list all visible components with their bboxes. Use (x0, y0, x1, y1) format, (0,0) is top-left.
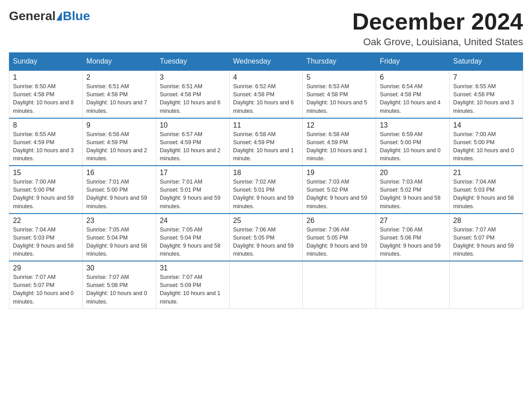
day-number: 16 (86, 169, 152, 177)
logo: General Blue (9, 9, 90, 23)
day-info: Sunrise: 7:02 AMSunset: 5:01 PMDaylight:… (233, 179, 294, 209)
day-number: 5 (306, 73, 372, 81)
day-number: 6 (380, 73, 446, 81)
day-info: Sunrise: 6:50 AMSunset: 4:58 PMDaylight:… (13, 83, 74, 114)
calendar-cell: 5Sunrise: 6:53 AMSunset: 4:58 PMDaylight… (303, 70, 376, 118)
day-number: 14 (453, 121, 519, 129)
calendar-cell: 17Sunrise: 7:01 AMSunset: 5:01 PMDayligh… (156, 166, 229, 214)
day-info: Sunrise: 7:07 AMSunset: 5:09 PMDaylight:… (160, 274, 221, 304)
weekday-header-friday: Friday (376, 53, 450, 71)
day-info: Sunrise: 7:00 AMSunset: 5:00 PMDaylight:… (453, 131, 514, 162)
day-info: Sunrise: 6:58 AMSunset: 4:59 PMDaylight:… (306, 131, 367, 162)
calendar-cell: 29Sunrise: 7:07 AMSunset: 5:07 PMDayligh… (9, 261, 83, 308)
day-info: Sunrise: 6:54 AMSunset: 4:58 PMDaylight:… (380, 83, 441, 114)
day-info: Sunrise: 6:55 AMSunset: 4:59 PMDaylight:… (13, 131, 74, 162)
calendar-cell: 18Sunrise: 7:02 AMSunset: 5:01 PMDayligh… (229, 166, 303, 214)
calendar-cell: 8Sunrise: 6:55 AMSunset: 4:59 PMDaylight… (9, 118, 83, 166)
calendar-cell: 25Sunrise: 7:06 AMSunset: 5:05 PMDayligh… (229, 214, 303, 261)
day-info: Sunrise: 6:56 AMSunset: 4:59 PMDaylight:… (86, 131, 147, 162)
day-info: Sunrise: 6:51 AMSunset: 4:58 PMDaylight:… (160, 83, 221, 114)
calendar-cell: 4Sunrise: 6:52 AMSunset: 4:58 PMDaylight… (229, 70, 303, 118)
day-info: Sunrise: 6:59 AMSunset: 5:00 PMDaylight:… (380, 131, 441, 162)
day-info: Sunrise: 7:04 AMSunset: 5:03 PMDaylight:… (453, 179, 514, 209)
day-number: 11 (233, 121, 299, 129)
day-number: 17 (160, 169, 226, 177)
calendar-cell: 24Sunrise: 7:05 AMSunset: 5:04 PMDayligh… (156, 214, 229, 261)
calendar-table: SundayMondayTuesdayWednesdayThursdayFrid… (9, 52, 523, 309)
weekday-header-tuesday: Tuesday (156, 53, 229, 71)
day-info: Sunrise: 7:05 AMSunset: 5:04 PMDaylight:… (160, 227, 221, 257)
weekday-header-row: SundayMondayTuesdayWednesdayThursdayFrid… (9, 53, 523, 71)
calendar-cell: 30Sunrise: 7:07 AMSunset: 5:08 PMDayligh… (82, 261, 156, 308)
day-number: 8 (13, 121, 79, 129)
calendar-cell (450, 261, 523, 308)
weekday-header-sunday: Sunday (9, 53, 83, 71)
weekday-header-saturday: Saturday (450, 53, 523, 71)
day-info: Sunrise: 7:04 AMSunset: 5:03 PMDaylight:… (13, 227, 74, 257)
day-number: 9 (86, 121, 152, 129)
calendar-cell (303, 261, 376, 308)
calendar-cell: 12Sunrise: 6:58 AMSunset: 4:59 PMDayligh… (303, 118, 376, 166)
day-number: 7 (453, 73, 519, 81)
calendar-cell: 3Sunrise: 6:51 AMSunset: 4:58 PMDaylight… (156, 70, 229, 118)
day-info: Sunrise: 7:07 AMSunset: 5:08 PMDaylight:… (86, 274, 147, 304)
day-info: Sunrise: 7:06 AMSunset: 5:05 PMDaylight:… (306, 227, 367, 257)
calendar-cell: 11Sunrise: 6:58 AMSunset: 4:59 PMDayligh… (229, 118, 303, 166)
day-number: 2 (86, 73, 152, 81)
day-number: 13 (380, 121, 446, 129)
calendar-cell: 16Sunrise: 7:01 AMSunset: 5:00 PMDayligh… (82, 166, 156, 214)
calendar-week-row: 29Sunrise: 7:07 AMSunset: 5:07 PMDayligh… (9, 261, 523, 308)
calendar-cell (229, 261, 303, 308)
calendar-cell: 28Sunrise: 7:07 AMSunset: 5:07 PMDayligh… (450, 214, 523, 261)
calendar-cell: 6Sunrise: 6:54 AMSunset: 4:58 PMDaylight… (376, 70, 450, 118)
calendar-cell: 22Sunrise: 7:04 AMSunset: 5:03 PMDayligh… (9, 214, 83, 261)
day-info: Sunrise: 7:01 AMSunset: 5:01 PMDaylight:… (160, 179, 221, 209)
calendar-week-row: 22Sunrise: 7:04 AMSunset: 5:03 PMDayligh… (9, 214, 523, 261)
day-number: 28 (453, 217, 519, 225)
calendar-cell: 20Sunrise: 7:03 AMSunset: 5:02 PMDayligh… (376, 166, 450, 214)
day-info: Sunrise: 7:05 AMSunset: 5:04 PMDaylight:… (86, 227, 147, 257)
calendar-week-row: 8Sunrise: 6:55 AMSunset: 4:59 PMDaylight… (9, 118, 523, 166)
day-info: Sunrise: 7:06 AMSunset: 5:06 PMDaylight:… (380, 227, 441, 257)
calendar-cell: 26Sunrise: 7:06 AMSunset: 5:05 PMDayligh… (303, 214, 376, 261)
calendar-cell (376, 261, 450, 308)
day-number: 23 (86, 217, 152, 225)
logo-general-text: General (9, 9, 56, 23)
logo-blue-text: Blue (63, 9, 90, 23)
calendar-week-row: 15Sunrise: 7:00 AMSunset: 5:00 PMDayligh… (9, 166, 523, 214)
title-area: December 2024 Oak Grove, Louisiana, Unit… (352, 9, 523, 48)
day-number: 30 (86, 264, 152, 272)
calendar-cell: 13Sunrise: 6:59 AMSunset: 5:00 PMDayligh… (376, 118, 450, 166)
day-number: 3 (160, 73, 226, 81)
calendar-cell: 19Sunrise: 7:03 AMSunset: 5:02 PMDayligh… (303, 166, 376, 214)
calendar-cell: 7Sunrise: 6:55 AMSunset: 4:58 PMDaylight… (450, 70, 523, 118)
calendar-cell: 23Sunrise: 7:05 AMSunset: 5:04 PMDayligh… (82, 214, 156, 261)
day-info: Sunrise: 6:52 AMSunset: 4:58 PMDaylight:… (233, 83, 294, 114)
day-info: Sunrise: 6:58 AMSunset: 4:59 PMDaylight:… (233, 131, 294, 162)
day-number: 21 (453, 169, 519, 177)
day-info: Sunrise: 7:03 AMSunset: 5:02 PMDaylight:… (380, 179, 441, 209)
day-info: Sunrise: 6:53 AMSunset: 4:58 PMDaylight:… (306, 83, 367, 114)
day-info: Sunrise: 7:03 AMSunset: 5:02 PMDaylight:… (306, 179, 367, 209)
calendar-cell: 31Sunrise: 7:07 AMSunset: 5:09 PMDayligh… (156, 261, 229, 308)
day-info: Sunrise: 7:01 AMSunset: 5:00 PMDaylight:… (86, 179, 147, 209)
day-number: 26 (306, 217, 372, 225)
day-number: 31 (160, 264, 226, 272)
day-info: Sunrise: 7:06 AMSunset: 5:05 PMDaylight:… (233, 227, 294, 257)
day-number: 24 (160, 217, 226, 225)
weekday-header-thursday: Thursday (303, 53, 376, 71)
day-number: 1 (13, 73, 79, 81)
calendar-cell: 14Sunrise: 7:00 AMSunset: 5:00 PMDayligh… (450, 118, 523, 166)
calendar-cell: 21Sunrise: 7:04 AMSunset: 5:03 PMDayligh… (450, 166, 523, 214)
calendar-cell: 1Sunrise: 6:50 AMSunset: 4:58 PMDaylight… (9, 70, 83, 118)
day-info: Sunrise: 6:55 AMSunset: 4:58 PMDaylight:… (453, 83, 514, 114)
day-number: 18 (233, 169, 299, 177)
logo-triangle-icon (56, 12, 62, 21)
day-number: 12 (306, 121, 372, 129)
day-number: 22 (13, 217, 79, 225)
calendar-cell: 2Sunrise: 6:51 AMSunset: 4:58 PMDaylight… (82, 70, 156, 118)
month-title: December 2024 (352, 9, 523, 34)
calendar-cell: 10Sunrise: 6:57 AMSunset: 4:59 PMDayligh… (156, 118, 229, 166)
day-number: 15 (13, 169, 79, 177)
weekday-header-wednesday: Wednesday (229, 53, 303, 71)
